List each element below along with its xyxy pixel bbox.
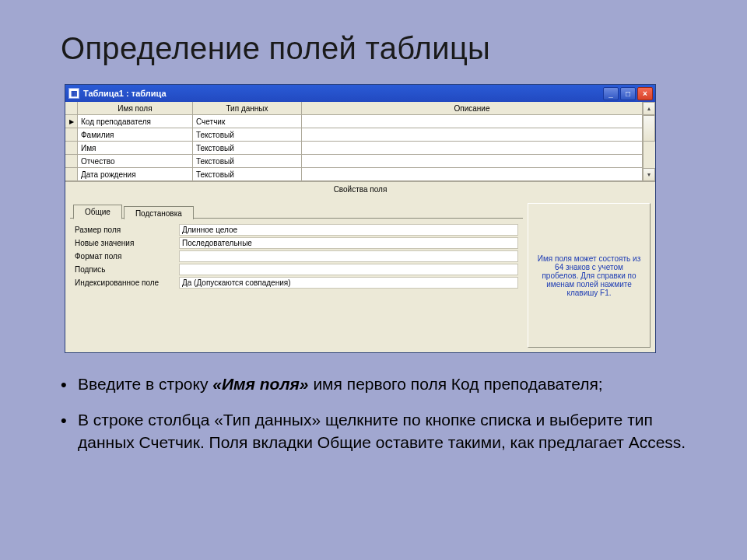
help-panel: Имя поля может состоять из 64 знаков с у…: [528, 203, 651, 348]
scroll-track[interactable]: [644, 142, 655, 168]
help-text: Имя поля может состоять из 64 знаков с у…: [536, 254, 642, 297]
field-type-cell[interactable]: Текстовый: [193, 155, 302, 168]
table-icon: ▦: [68, 88, 79, 99]
prop-value[interactable]: [179, 250, 518, 262]
scroll-down-button[interactable]: ▾: [644, 168, 655, 181]
maximize-button[interactable]: □: [620, 87, 636, 100]
field-name-cell[interactable]: Дата рождения: [78, 168, 193, 181]
field-desc-cell[interactable]: [302, 115, 643, 128]
field-properties-title: Свойства поля: [65, 181, 655, 195]
prop-value[interactable]: Да (Допускаются совпадения): [179, 277, 518, 289]
tab-lookup[interactable]: Подстановка: [124, 206, 194, 219]
field-type-cell[interactable]: Счетчик: [193, 115, 302, 128]
table-row[interactable]: Дата рождения Текстовый: [65, 168, 643, 181]
prop-row[interactable]: Размер поля Длинное целое: [75, 223, 518, 236]
scroll-up-button[interactable]: ▴: [644, 102, 655, 115]
slide-bullets: Введите в строку «Имя поля» имя первого …: [54, 373, 693, 467]
row-selector[interactable]: [65, 168, 78, 181]
table-row[interactable]: Отчество Текстовый: [65, 155, 643, 168]
emphasis: «Имя поля»: [212, 375, 308, 393]
field-name-cell[interactable]: Имя: [78, 142, 193, 155]
prop-row[interactable]: Подпись: [75, 263, 518, 276]
prop-label: Индексированное поле: [75, 278, 179, 287]
prop-row[interactable]: Новые значения Последовательные: [75, 236, 518, 250]
row-selector[interactable]: [65, 115, 78, 128]
table-row[interactable]: Фамилия Текстовый: [65, 128, 643, 142]
close-button[interactable]: ×: [637, 87, 653, 100]
field-desc-cell[interactable]: [302, 168, 643, 181]
prop-row[interactable]: Индексированное поле Да (Допускаются сов…: [75, 276, 518, 289]
table-row[interactable]: Код преподавателя Счетчик: [65, 115, 643, 128]
table-row[interactable]: Имя Текстовый: [65, 142, 643, 155]
row-selector[interactable]: [65, 155, 78, 168]
field-name-cell[interactable]: Код преподавателя: [78, 115, 193, 128]
field-desc-cell[interactable]: [302, 128, 643, 142]
prop-value[interactable]: Последовательные: [179, 237, 518, 249]
bullet-item: В строке столбца «Тип данных» щелкните п…: [54, 409, 693, 453]
vertical-scrollbar[interactable]: ▴ ▾: [643, 102, 655, 181]
field-grid: Имя поля Тип данных Описание Код препода…: [65, 102, 655, 181]
prop-label: Размер поля: [75, 226, 179, 234]
window-title: Таблица1 : таблица: [83, 89, 167, 98]
field-type-cell[interactable]: Текстовый: [193, 128, 302, 142]
col-header-name[interactable]: Имя поля: [78, 102, 193, 115]
field-type-cell[interactable]: Текстовый: [193, 142, 302, 155]
prop-label: Новые значения: [75, 239, 179, 247]
tab-general[interactable]: Общие: [73, 205, 122, 219]
titlebar[interactable]: ▦ Таблица1 : таблица _ □ ×: [65, 85, 655, 102]
field-type-cell[interactable]: Текстовый: [193, 168, 302, 181]
prop-value[interactable]: [179, 264, 518, 275]
col-header-type[interactable]: Тип данных: [193, 102, 302, 115]
prop-value[interactable]: Длинное целое: [179, 224, 518, 236]
bullet-item: Введите в строку «Имя поля» имя первого …: [54, 373, 693, 395]
prop-label: Формат поля: [75, 252, 179, 261]
field-desc-cell[interactable]: [302, 142, 643, 155]
field-desc-cell[interactable]: [302, 155, 643, 168]
col-header-desc[interactable]: Описание: [302, 102, 643, 115]
minimize-button[interactable]: _: [603, 87, 619, 100]
prop-label: Подпись: [75, 265, 179, 274]
field-properties-panel: Общие Подстановка Размер поля Длинное це…: [70, 203, 523, 348]
prop-row[interactable]: Формат поля: [75, 250, 518, 263]
field-name-cell[interactable]: Фамилия: [78, 128, 193, 142]
access-design-window: ▦ Таблица1 : таблица _ □ × Имя поля Тип …: [65, 84, 656, 353]
scroll-thumb[interactable]: [644, 115, 655, 142]
row-selector-header: [65, 102, 78, 115]
row-selector[interactable]: [65, 128, 78, 142]
row-selector[interactable]: [65, 142, 78, 155]
slide-title: Определение полей таблицы: [0, 0, 747, 75]
field-name-cell[interactable]: Отчество: [78, 155, 193, 168]
